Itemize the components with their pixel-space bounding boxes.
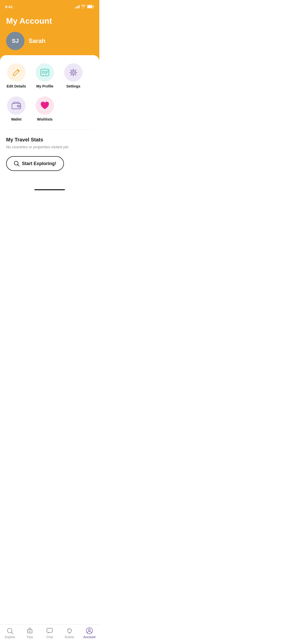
avatar: SJ: [6, 32, 24, 50]
page-title: My Account: [6, 16, 93, 26]
main-content: Edit Details My Profile: [0, 55, 99, 187]
wifi-icon: [81, 5, 86, 8]
wallet-icon-circle: [7, 96, 25, 115]
quick-actions-row2: Wallet Wishlists: [6, 96, 93, 121]
gear-icon: [69, 68, 77, 77]
my-profile-label: My Profile: [36, 84, 53, 88]
battery-icon: [87, 5, 94, 8]
wishlists-button[interactable]: Wishlists: [35, 96, 55, 121]
edit-details-button[interactable]: Edit Details: [6, 63, 26, 88]
wallet-button[interactable]: Wallet: [6, 96, 26, 121]
quick-actions-row1: Edit Details My Profile: [6, 63, 93, 88]
wallet-label: Wallet: [11, 117, 22, 121]
wishlists-label: Wishlists: [37, 117, 52, 121]
edit-details-label: Edit Details: [7, 84, 26, 88]
header: My Account SJ Sarah: [0, 12, 99, 60]
svg-point-8: [71, 70, 76, 75]
home-indicator: [34, 189, 65, 190]
svg-rect-1: [88, 5, 92, 8]
status-icons: [75, 5, 94, 8]
my-profile-icon-circle: [36, 63, 54, 82]
explore-button-label: Start Exploring!: [22, 161, 56, 166]
my-profile-button[interactable]: My Profile: [35, 63, 55, 88]
wishlists-icon-circle: [36, 96, 54, 115]
user-row: SJ Sarah: [6, 32, 93, 50]
edit-details-icon-circle: [7, 63, 25, 82]
svg-point-7: [72, 71, 74, 74]
svg-line-13: [18, 165, 19, 166]
status-time: 9:41: [5, 5, 13, 9]
travel-stats-title: My Travel Stats: [6, 137, 93, 143]
svg-point-11: [18, 106, 19, 107]
settings-icon-circle: [64, 63, 83, 82]
section-divider: [6, 129, 93, 130]
svg-rect-9: [12, 104, 21, 109]
signal-icon: [75, 5, 79, 8]
start-exploring-button[interactable]: Start Exploring!: [6, 156, 64, 171]
status-bar: 9:41: [0, 0, 99, 12]
profile-card-icon: [40, 69, 49, 76]
travel-stats-subtitle: No countries or properties visited yet.: [6, 145, 93, 149]
settings-label: Settings: [66, 84, 80, 88]
pencil-icon: [12, 68, 20, 77]
svg-point-3: [42, 71, 45, 74]
heart-icon: [40, 102, 49, 109]
settings-button[interactable]: Settings: [63, 63, 84, 88]
search-icon: [14, 161, 19, 166]
user-name: Sarah: [29, 37, 46, 45]
wallet-icon: [12, 102, 21, 109]
